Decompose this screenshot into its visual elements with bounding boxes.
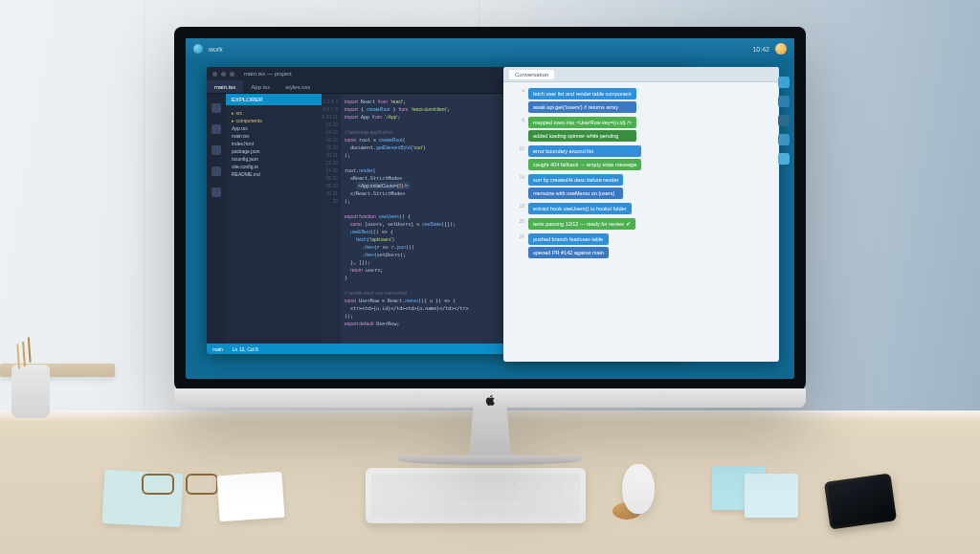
explorer-title: EXPLORER	[226, 94, 322, 105]
folder-item[interactable]: ▸ src	[232, 109, 316, 117]
folder-item[interactable]: ▸ components	[232, 117, 316, 124]
dock-app-icon[interactable]	[778, 153, 790, 165]
imac-monitor: work 10:42 main.tsx — project m	[174, 27, 806, 438]
dock-app-icon[interactable]	[778, 96, 790, 107]
editor-tab[interactable]: App.tsx	[243, 80, 278, 93]
chat-line-number: 14	[511, 174, 524, 180]
chat-line-number: 24	[511, 233, 524, 239]
pencil-cup	[11, 365, 50, 418]
dock-app-icon[interactable]	[778, 134, 790, 145]
chat-bubble: caught 404 fallback → empty state messag…	[528, 159, 641, 170]
chat-bubble: added loading spinner while pending	[528, 130, 636, 142]
dock-app-icon[interactable]	[778, 115, 790, 126]
chat-line-number: 18	[511, 203, 524, 209]
file-explorer: EXPLORER ▸ src▸ components App.tsx main.…	[226, 94, 322, 343]
extensions-icon[interactable]	[212, 188, 221, 197]
editor-tab[interactable]: main.tsx	[207, 80, 243, 93]
cursor-position-label: Ln 12, Col 8	[233, 346, 258, 352]
file-item[interactable]: vite.config.ts	[232, 163, 316, 170]
debug-icon[interactable]	[212, 166, 221, 176]
monitor-bezel: work 10:42 main.tsx — project m	[174, 27, 806, 390]
chat-row: 10error boundary around listcaught 404 f…	[511, 145, 771, 170]
wall-seam	[144, 0, 145, 410]
chat-line-number: 4	[511, 88, 524, 94]
chat-bubble: error boundary around list	[528, 145, 641, 157]
chat-line-number: 10	[511, 145, 524, 151]
keyboard	[366, 468, 586, 523]
dock-app-icon[interactable]	[778, 77, 790, 88]
desk-scene: work 10:42 main.tsx — project m	[0, 0, 980, 554]
file-item[interactable]: package.json	[232, 147, 316, 155]
window-control-icon[interactable]	[230, 72, 234, 77]
chat-line-number: 20	[511, 218, 524, 224]
git-branch-label[interactable]: main	[212, 346, 223, 352]
search-icon[interactable]	[212, 124, 221, 134]
chat-bubble: tests passing 12/12 — ready for review ✔	[528, 218, 635, 230]
clock-label: 10:42	[752, 46, 769, 53]
file-item[interactable]: App.tsx	[232, 124, 316, 132]
os-dock	[778, 77, 791, 165]
line-gutter: 1 2 3 4 5 6 7 8 9 10 11 12 13 14 15 16 1…	[322, 94, 341, 343]
chat-line-number: 6	[511, 117, 524, 122]
chat-body: 4fetch user list and render table compon…	[503, 82, 779, 362]
user-avatar-icon	[775, 43, 787, 55]
monitor-base	[399, 455, 581, 465]
chat-bubble: extract hook useUsers() to hooks/ folder	[528, 203, 632, 214]
ide-title-label: main.tsx — project	[244, 71, 292, 77]
chat-tab-conversation[interactable]: Conversation	[509, 70, 554, 79]
file-item[interactable]: tsconfig.json	[232, 155, 316, 163]
sticky-note	[745, 474, 798, 518]
files-icon[interactable]	[212, 103, 221, 113]
editor-tab[interactable]: styles.css	[278, 80, 318, 93]
window-control-icon[interactable]	[221, 72, 226, 77]
chat-panel: Conversation 4fetch user list and render…	[503, 67, 779, 362]
git-icon[interactable]	[212, 145, 221, 155]
chat-tabs: Conversation	[503, 67, 779, 82]
chat-bubble: opened PR #142 against main	[528, 247, 609, 258]
screen: work 10:42 main.tsx — project m	[186, 38, 794, 379]
file-item[interactable]: README.md	[232, 170, 316, 178]
chat-row: 18extract hook useUsers() to hooks/ fold…	[511, 203, 771, 214]
chat-bubble: memoize with useMemo on [users]	[528, 188, 623, 199]
chat-row: 20tests passing 12/12 — ready for review…	[511, 218, 771, 230]
os-brand-label: work	[209, 46, 223, 53]
file-item[interactable]: index.html	[232, 140, 316, 147]
chat-bubble: await api.get('/users') // returns array	[528, 101, 636, 113]
paper-stack	[216, 472, 284, 522]
chat-row: 4fetch user list and render table compon…	[511, 88, 771, 113]
chat-bubble: sort by createdAt desc before render	[528, 174, 623, 186]
file-item[interactable]: main.tsx	[232, 132, 316, 140]
chat-row: 6mapped rows into <UserRow key={u.id} />…	[511, 117, 771, 142]
chat-row: 24pushed branch feat/user-tableopened PR…	[511, 233, 771, 258]
window-control-icon[interactable]	[212, 72, 217, 77]
activity-bar	[207, 94, 226, 343]
eyeglasses	[142, 474, 218, 495]
chat-bubble: mapped rows into <UserRow key={u.id} />	[528, 117, 636, 128]
chat-bubble: fetch user list and render table compone…	[528, 88, 636, 100]
mouse	[622, 464, 655, 514]
chat-row: 14sort by createdAt desc before renderme…	[511, 174, 771, 199]
os-logo-icon	[193, 44, 203, 54]
chat-bubble: pushed branch feat/user-table	[528, 233, 609, 245]
os-menubar: work 10:42	[186, 38, 794, 59]
smartphone	[824, 473, 897, 529]
apple-logo-icon	[483, 393, 497, 407]
